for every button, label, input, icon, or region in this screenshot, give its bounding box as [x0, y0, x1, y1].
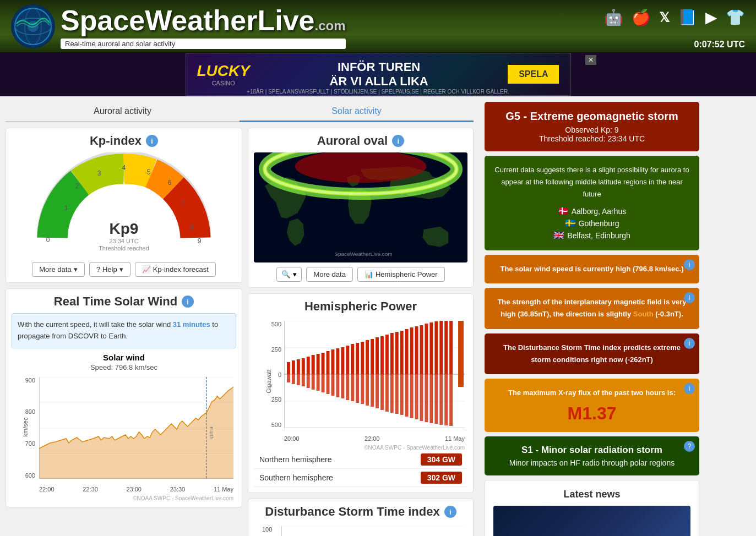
svg-rect-84 [331, 374, 334, 396]
help-button[interactable]: ? Help ▾ [89, 262, 130, 277]
x-twitter-icon[interactable]: 𝕏 [659, 10, 670, 25]
svg-rect-52 [346, 346, 349, 374]
aurora-cities-list: 🇩🇰 Aalborg, Aarhus 🇸🇪 Gothenburg 🇬🇧 Belf… [493, 206, 691, 240]
s1-title: S1 - Minor solar radiation storm [493, 445, 691, 456]
svg-rect-78 [302, 374, 305, 386]
dst-title-text: Disturbance Storm Time index [265, 505, 439, 519]
site-title[interactable]: SpaceWeatherLive.com [61, 4, 346, 37]
right-column: Auroral oval i [248, 128, 474, 536]
latest-news-panel: Latest news [485, 480, 699, 536]
g5-kp-observed: Observed Kp: 9 [493, 125, 691, 134]
s1-question-icon[interactable]: ? [684, 441, 695, 452]
site-header: SpaceWeatherLive.com Real-time auroral a… [0, 0, 756, 52]
help-label: Help [102, 265, 117, 274]
more-data-label: More data [39, 265, 72, 274]
kp-panel-title: Kp-index i [12, 134, 236, 148]
search-dropdown-icon: ▾ [293, 270, 297, 278]
svg-rect-110 [281, 526, 465, 536]
svg-rect-100 [410, 374, 414, 418]
svg-text:Kp9: Kp9 [110, 220, 139, 237]
svg-rect-59 [380, 336, 384, 374]
kp-info-icon[interactable]: i [146, 135, 158, 147]
svg-rect-105 [434, 374, 438, 424]
svg-rect-102 [420, 374, 423, 421]
kp-index-panel: Kp-index i [6, 128, 242, 283]
svg-rect-89 [356, 374, 359, 403]
kp-forecast-button[interactable]: 📈 Kp-index forecast [135, 262, 216, 277]
hemi-credit: ©NOAA SWPC - SpaceWeatherLive.com [254, 445, 467, 451]
northern-hemi-row: Northern hemisphere 304 GW [254, 451, 467, 469]
svg-rect-94 [380, 374, 384, 410]
dst-panel: Disturbance Storm Time index i 100 [248, 499, 474, 536]
svg-rect-68 [425, 324, 428, 374]
dst-alert-text: The Disturbance Storm Time index predict… [493, 342, 691, 366]
auroral-oval-panel: Auroral oval i [248, 128, 474, 288]
svg-rect-58 [376, 337, 379, 374]
auroral-info-icon[interactable]: i [392, 135, 404, 147]
auroral-buttons: 🔍 ▾ More data 📊 Hemispheric Power [254, 267, 467, 282]
sw-y-labels: 900 800 700 600 [12, 377, 38, 479]
g5-alert-panel: G5 - Extreme geomagnetic storm Observed … [485, 102, 699, 151]
xray-info-icon[interactable]: i [684, 383, 695, 394]
ad-close-button[interactable]: ✕ [585, 55, 596, 65]
more-data-button[interactable]: More data ▾ [32, 262, 85, 277]
svg-rect-63 [400, 331, 404, 374]
city-gothenburg: 🇸🇪 Gothenburg [493, 218, 691, 228]
sw-prefix: With the current speed, it will take the… [18, 320, 173, 329]
svg-text:8: 8 [190, 223, 194, 231]
svg-rect-103 [425, 374, 428, 422]
site-suffix: .com [314, 18, 345, 33]
svg-rect-56 [366, 340, 369, 374]
svg-rect-53 [351, 344, 354, 374]
apple-icon[interactable]: 🍎 [632, 8, 651, 26]
hemispheric-power-button[interactable]: 📊 Hemispheric Power [357, 267, 445, 282]
dk-flag: 🇩🇰 [558, 206, 569, 216]
imf-alert-info-icon[interactable]: i [684, 292, 695, 303]
facebook-icon[interactable]: 📘 [678, 8, 697, 26]
auroral-activity-tab[interactable]: Auroral activity [6, 102, 240, 121]
youtube-icon[interactable]: ▶ [705, 8, 717, 26]
help-dropdown-icon: ▾ [119, 265, 123, 274]
auroral-search-button[interactable]: 🔍 ▾ [276, 267, 302, 282]
solar-wind-info-icon[interactable]: i [182, 296, 194, 308]
svg-rect-64 [405, 329, 409, 374]
hemi-power-title: Hemispheric Power [254, 299, 467, 314]
imf-direction: South [633, 310, 654, 318]
svg-rect-43 [302, 358, 305, 374]
svg-rect-90 [361, 374, 364, 404]
site-logo[interactable] [11, 4, 55, 48]
svg-text:2: 2 [75, 182, 79, 190]
android-icon[interactable]: 🤖 [604, 8, 623, 26]
hemi-y-labels: 500 250 0 250 500 [262, 321, 283, 428]
svg-text:SpaceWeatherLive.com: SpaceWeatherLive.com [334, 251, 392, 257]
dst-chart-svg [281, 526, 465, 536]
kp-gauge-container: 0 1 2 3 4 5 6 7 8 9 Kp9 23:34 [12, 152, 236, 256]
svg-text:7: 7 [182, 199, 186, 206]
shop-icon[interactable]: 👕 [726, 8, 745, 26]
xray-value: M1.37 [493, 403, 691, 424]
hemi-button-label: Hemispheric Power [376, 270, 438, 278]
svg-rect-46 [317, 354, 320, 374]
dst-info-icon[interactable]: i [444, 506, 456, 518]
auroral-more-data-button[interactable]: More data [306, 267, 353, 282]
hemi-title-text: Hemispheric Power [304, 299, 417, 314]
sw-chart-credit: ©NOAA SWPC - SpaceWeatherLive.com [12, 495, 236, 501]
svg-rect-88 [351, 374, 354, 401]
city-belfast: 🇬🇧 Belfast, Edinburgh [493, 230, 691, 240]
sw-alert-info-icon[interactable]: i [684, 259, 695, 270]
svg-rect-107 [444, 374, 448, 425]
solar-activity-tab[interactable]: Solar activity [240, 102, 474, 122]
hemi-chart-container: Gigawatt 500 250 0 250 500 [254, 318, 467, 445]
ad-cta-button[interactable]: SPELA [508, 65, 559, 84]
svg-rect-65 [410, 327, 414, 374]
solar-wind-title: Real Time Solar Wind i [12, 294, 236, 309]
hemispheric-power-panel: Hemispheric Power Gigawatt 500 250 0 250… [248, 293, 474, 493]
hemi-x-labels: 20:00 22:00 11 May [284, 435, 465, 442]
site-name-text: SpaceWeatherLive [61, 4, 314, 36]
svg-rect-47 [322, 353, 325, 374]
svg-text:Threshold reached: Threshold reached [99, 245, 149, 251]
dst-alert-info-icon[interactable]: i [684, 338, 695, 349]
g5-threshold: Threshold reached: 23:34 UTC [493, 134, 691, 143]
svg-rect-40 [287, 362, 290, 374]
svg-text:0: 0 [46, 236, 50, 244]
